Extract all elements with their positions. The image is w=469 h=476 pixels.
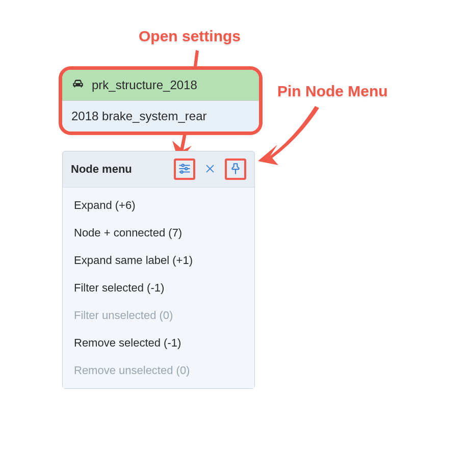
- menu-item-filter-unselected: Filter unselected (0): [63, 302, 254, 329]
- svg-point-3: [185, 167, 187, 169]
- node-card-header: prk_structure_2018: [62, 70, 259, 101]
- annotation-pin-node-menu: Pin Node Menu: [277, 83, 388, 100]
- settings-button[interactable]: [174, 158, 195, 180]
- node-card-body: 2018 brake_system_rear: [62, 101, 259, 131]
- menu-item-remove-selected[interactable]: Remove selected (-1): [63, 329, 254, 357]
- sliders-icon: [178, 162, 191, 177]
- menu-item-node-connected[interactable]: Node + connected (7): [63, 219, 254, 247]
- pin-button[interactable]: [225, 158, 246, 180]
- menu-item-filter-selected[interactable]: Filter selected (-1): [63, 274, 254, 302]
- annotation-open-settings: Open settings: [139, 28, 241, 45]
- node-menu-list: Expand (+6) Node + connected (7) Expand …: [63, 188, 254, 388]
- svg-point-5: [180, 171, 183, 173]
- pin-icon: [229, 162, 242, 177]
- menu-item-expand[interactable]: Expand (+6): [63, 192, 254, 219]
- close-icon: [204, 163, 216, 176]
- arrow-to-pin: [255, 101, 326, 172]
- car-icon: [71, 77, 85, 93]
- svg-point-1: [182, 164, 184, 166]
- node-card-header-text: prk_structure_2018: [92, 78, 197, 92]
- close-button[interactable]: [199, 158, 221, 180]
- menu-item-expand-same-label[interactable]: Expand same label (+1): [63, 247, 254, 274]
- node-menu-title: Node menu: [71, 163, 132, 176]
- menu-item-remove-unselected: Remove unselected (0): [63, 357, 254, 384]
- node-menu-panel: Node menu: [62, 151, 255, 389]
- node-menu-header: Node menu: [63, 151, 254, 188]
- node-card[interactable]: prk_structure_2018 2018 brake_system_rea…: [59, 66, 263, 135]
